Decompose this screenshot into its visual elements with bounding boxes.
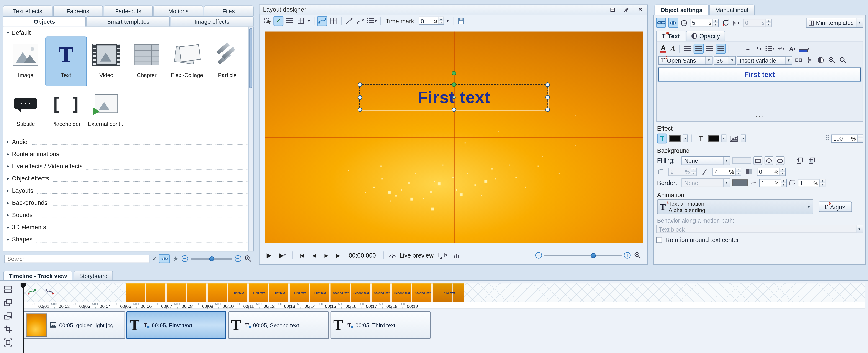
subtab-text[interactable]: T Text <box>656 31 685 41</box>
toolbox-section-row[interactable]: Backgrounds <box>7 197 249 209</box>
handle-top-center[interactable] <box>452 83 456 87</box>
tracks-icon[interactable] <box>3 284 13 294</box>
filling-dropdown[interactable]: None <box>681 156 730 165</box>
blur-spinner[interactable]: 0 % <box>757 168 785 176</box>
tab-manual-input[interactable]: Manual input <box>709 4 754 15</box>
visibility-eye-icon[interactable] <box>668 18 678 28</box>
outline-color-swatch[interactable] <box>708 135 719 142</box>
tab-image-effects[interactable]: Image effects <box>170 16 254 26</box>
close-icon[interactable] <box>637 6 644 13</box>
slider-thumb[interactable] <box>591 253 596 258</box>
toolbox-section-row[interactable]: Object effects <box>7 172 249 184</box>
grid-icon[interactable] <box>296 16 306 26</box>
font-size-dropdown[interactable]: 36 <box>714 56 736 64</box>
timeline-item-third-text[interactable]: 00:05, Third text <box>331 311 431 339</box>
object-tile-subtitle[interactable]: Subtitle <box>5 86 46 135</box>
select-tool-icon[interactable] <box>262 16 273 26</box>
object-tile-video[interactable]: Video <box>86 37 126 86</box>
corner-radius-spinner[interactable]: 2 % <box>668 168 697 176</box>
reset-duration-icon[interactable] <box>721 18 731 28</box>
time-mark-dropdown-icon[interactable] <box>445 16 450 26</box>
slant-spinner[interactable]: 4 % <box>712 168 741 176</box>
save-icon[interactable] <box>456 16 466 26</box>
grid-dropdown-icon[interactable] <box>307 16 311 26</box>
play-options-icon[interactable] <box>276 250 288 260</box>
contrast-icon[interactable] <box>815 55 826 65</box>
adjust-button[interactable]: T Adjust <box>819 202 852 212</box>
pin-icon[interactable] <box>623 6 630 13</box>
text-content-editor[interactable]: First text <box>658 67 861 81</box>
toolbox-section-row[interactable]: 3D elements <box>7 221 249 233</box>
outline-color-dropdown-icon[interactable] <box>721 135 726 142</box>
keyframe-list-icon[interactable] <box>367 16 377 26</box>
favorites-star-icon[interactable] <box>173 255 179 262</box>
curved-path-icon[interactable] <box>355 16 365 26</box>
zoom-out-icon[interactable] <box>182 255 188 262</box>
fit-view-icon[interactable] <box>633 250 643 260</box>
motion-path-icon[interactable] <box>317 16 327 26</box>
texture-dropdown-icon[interactable] <box>741 135 746 142</box>
double-spacing-icon[interactable]: = <box>743 43 753 54</box>
canvas-zoom-out-icon[interactable] <box>535 252 542 259</box>
stats-icon[interactable] <box>451 250 461 260</box>
motion-curve-icon[interactable] <box>45 288 54 296</box>
zoom-in-text-icon[interactable] <box>827 55 837 65</box>
skip-end-icon[interactable] <box>333 250 343 260</box>
frame-icon[interactable] <box>3 337 13 347</box>
insert-track-icon[interactable] <box>3 311 13 321</box>
skip-start-icon[interactable] <box>297 250 307 260</box>
section-default[interactable]: Default <box>3 27 253 37</box>
tab-smart-templates[interactable]: Smart templates <box>87 16 170 26</box>
rectangle-shape-icon[interactable] <box>753 156 762 165</box>
handle-bottom-center[interactable] <box>452 107 456 112</box>
duration-spinner[interactable]: 5 s <box>690 19 718 27</box>
texture-image-icon[interactable] <box>728 134 739 144</box>
insert-variable-dropdown[interactable]: Insert variable <box>737 56 792 64</box>
object-tile-external-content[interactable]: External cont... <box>86 86 126 135</box>
handle-mid-left[interactable] <box>358 95 362 99</box>
toolbox-section-row[interactable]: Sounds <box>7 209 249 221</box>
copy-style-icon[interactable] <box>795 156 804 166</box>
toolbox-section-row[interactable]: Shapes <box>7 233 249 245</box>
rotation-handle[interactable] <box>452 71 456 75</box>
crop-icon[interactable] <box>3 324 13 334</box>
font-family-dropdown[interactable]: T Open Sans <box>658 56 712 64</box>
effect-color-swatch[interactable] <box>669 135 681 142</box>
toolbox-section-row[interactable]: Layouts <box>7 184 249 197</box>
zoom-in-icon[interactable] <box>235 255 241 262</box>
border-color-swatch[interactable] <box>733 179 748 186</box>
designer-canvas[interactable]: First text <box>265 32 643 243</box>
step-forward-icon[interactable] <box>321 250 331 260</box>
paste-style-icon[interactable] <box>807 156 817 166</box>
offset-spinner[interactable]: 0 s <box>743 19 772 27</box>
motion-curve-icon[interactable] <box>28 288 36 296</box>
timeline-item-golden-light[interactable]: 00:05, golden light.jpg <box>23 311 125 339</box>
effect-opacity-spinner[interactable]: 100 % <box>831 134 863 142</box>
clear-search-icon[interactable] <box>152 255 156 262</box>
handle-top-left[interactable] <box>358 83 362 87</box>
toolbox-scrollbar[interactable] <box>248 27 253 251</box>
text-wrap-icon[interactable]: ↵ <box>776 43 786 54</box>
tab-timeline-track-view[interactable]: Timeline - Track view <box>3 271 72 280</box>
tab-object-settings[interactable]: Object settings <box>654 4 709 15</box>
timeline-ruler[interactable]: 500 00:01 500 00:02 500 00:03 <box>23 302 865 309</box>
list-icon[interactable] <box>765 43 775 54</box>
tab-objects[interactable]: Objects <box>3 16 86 26</box>
align-rows-icon[interactable] <box>284 16 294 26</box>
object-tile-particle[interactable]: Particle <box>207 37 247 86</box>
outline-text-icon[interactable]: T <box>696 134 706 144</box>
ellipse-shape-icon[interactable] <box>765 156 773 165</box>
search-input[interactable] <box>4 255 150 263</box>
text-effect-toggle-icon[interactable]: T <box>657 134 667 144</box>
toolbox-top-tab[interactable]: Fade-ins <box>53 5 103 16</box>
film-strip[interactable]: First text First text First text First t… <box>23 284 865 302</box>
fill-color-swatch[interactable] <box>733 157 751 164</box>
layers-icon[interactable] <box>3 297 13 307</box>
align-right-icon[interactable] <box>705 43 715 54</box>
toolbox-top-tab[interactable]: Files <box>204 5 254 16</box>
vertical-center-icon[interactable] <box>716 43 726 54</box>
link-duration-icon[interactable] <box>656 18 666 28</box>
handle-top-right[interactable] <box>546 83 550 87</box>
object-tile-flexi-collage[interactable]: Flexi-Collage <box>167 37 207 86</box>
slider-thumb[interactable] <box>209 256 214 261</box>
